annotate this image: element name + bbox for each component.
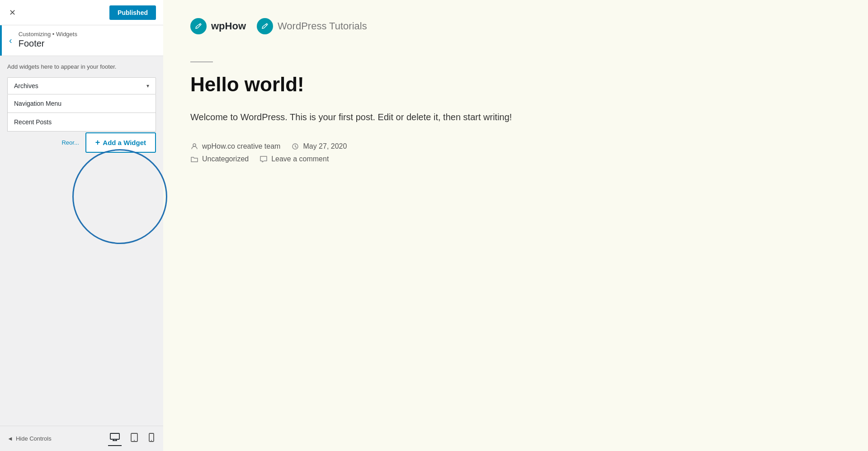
list-item[interactable]: Recent Posts (7, 113, 156, 132)
add-widget-label: Add a Widget (103, 139, 146, 146)
post-meta: wpHow.co creative team May 27, 2020 (190, 142, 841, 163)
breadcrumb: Customizing • Widgets (19, 31, 77, 38)
panel-description: Add widgets here to appear in your foote… (7, 63, 156, 70)
header-text: Customizing • Widgets Footer (19, 31, 77, 49)
mobile-view-button[interactable] (147, 431, 156, 446)
post-content: Hello world! Welcome to WordPress. This … (190, 61, 841, 163)
meta-comments: Leave a comment (259, 155, 329, 163)
comment-icon (259, 155, 268, 163)
post-excerpt: Welcome to WordPress. This is your first… (190, 110, 534, 124)
published-button[interactable]: Published (109, 5, 156, 20)
comments-label: Leave a comment (271, 155, 329, 163)
post-date: May 27, 2020 (303, 142, 347, 150)
back-button[interactable]: ‹ (7, 35, 14, 46)
desktop-view-button[interactable] (108, 431, 122, 446)
post-title: Hello world! (190, 73, 841, 96)
panel-header: ‹ Customizing • Widgets Footer (0, 25, 163, 56)
widget-dropdown[interactable]: Archives ▾ (7, 77, 156, 94)
post-meta-row-2: Uncategorized Leave a comment (190, 155, 841, 163)
accent-bar (0, 25, 2, 56)
meta-category: Uncategorized (190, 155, 249, 163)
plus-icon: + (95, 138, 100, 147)
brand-name: wpHow (211, 20, 246, 32)
reorder-button[interactable]: Reor... (55, 135, 85, 150)
hide-controls-button[interactable]: ◄ Hide Controls (7, 435, 52, 442)
post-meta-row-1: wpHow.co creative team May 27, 2020 (190, 142, 841, 150)
widget-actions: Reor... + Add a Widget (7, 132, 156, 153)
close-button[interactable]: ✕ (7, 6, 18, 19)
svg-point-5 (134, 440, 135, 441)
panel-body: Add widgets here to appear in your foote… (0, 56, 163, 426)
author-name: wpHow.co creative team (202, 142, 280, 150)
bottom-bar: ◄ Hide Controls (0, 426, 163, 451)
list-item[interactable]: Navigation Menu (7, 94, 156, 113)
hide-icon: ◄ (7, 435, 13, 442)
customizer-panel: ✕ Published ‹ Customizing • Widgets Foot… (0, 0, 163, 451)
folder-icon (190, 155, 198, 163)
person-icon (190, 142, 198, 150)
widget-list: Navigation Menu Recent Posts (7, 94, 156, 132)
site-subtitle: WordPress Tutorials (278, 20, 367, 32)
post-divider (190, 61, 213, 62)
meta-date: May 27, 2020 (291, 142, 347, 150)
preview-site-header: wpHow WordPress Tutorials (190, 18, 841, 34)
svg-rect-0 (110, 433, 119, 439)
selected-widget-label: Archives (14, 82, 38, 89)
tablet-view-button[interactable] (129, 431, 140, 446)
chevron-down-icon: ▾ (146, 83, 149, 89)
svg-point-8 (193, 144, 196, 146)
device-switcher (108, 431, 156, 446)
meta-author: wpHow.co creative team (190, 142, 280, 150)
add-widget-button[interactable]: + Add a Widget (85, 132, 156, 153)
brand-icon-2 (257, 18, 273, 34)
clock-icon (291, 142, 299, 150)
svg-point-7 (151, 440, 152, 441)
category-label: Uncategorized (202, 155, 249, 163)
preview-area: wpHow WordPress Tutorials Hello world! W… (163, 0, 868, 451)
brand-icon-1 (190, 18, 207, 34)
hide-controls-label: Hide Controls (16, 435, 52, 442)
topbar: ✕ Published (0, 0, 163, 25)
panel-title: Footer (19, 38, 77, 49)
